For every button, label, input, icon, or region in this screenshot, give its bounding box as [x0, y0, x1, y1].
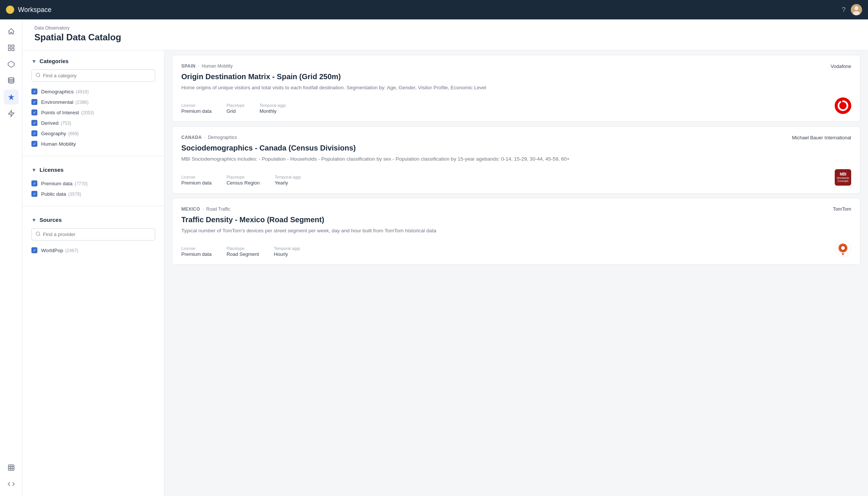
checkbox-points-of-interest[interactable] [31, 109, 37, 115]
results-area: SPAIN · Human Mobility Vodafone Origin D… [164, 50, 868, 496]
checkbox-public[interactable] [31, 191, 37, 197]
divider-2 [22, 206, 164, 206]
card-footer-2: License Premium data Placetype Road Segm… [181, 241, 851, 257]
license-field-2: License Premium data [181, 246, 212, 257]
card-footer-1: License Premium data Placetype Census Re… [181, 169, 851, 186]
topbar-left: Workspace [6, 6, 52, 14]
page-title: Spatial Data Catalog [34, 32, 856, 43]
licenses-section: ▼ Licenses Premium data (7770) Public da… [22, 159, 164, 203]
filter-environmental[interactable]: Environmental (2386) [31, 97, 155, 107]
card-title-1[interactable]: Sociodemographics - Canada (Census Divis… [181, 144, 851, 152]
checkbox-environmental[interactable] [31, 99, 37, 105]
card-country-1: CANADA [181, 135, 202, 140]
filter-worldpop[interactable]: WorldPop (2467) [31, 245, 155, 255]
filter-label-worldpop: WorldPop (2467) [41, 248, 78, 253]
card-meta-0: SPAIN · Human Mobility Vodafone [181, 63, 851, 69]
nav-item-data-observatory[interactable] [4, 90, 19, 105]
nav-item-grid[interactable] [4, 460, 19, 475]
category-search-input[interactable] [43, 73, 151, 78]
categories-chevron: ▼ [31, 58, 37, 64]
card-desc-0: Home origins of unique visitors and tota… [181, 84, 851, 92]
page-header: Data Observatory Spatial Data Catalog [22, 19, 868, 50]
provider-logo-0 [835, 97, 851, 114]
svg-rect-3 [8, 45, 10, 47]
license-field-0: License Premium data [181, 103, 212, 114]
nav-item-lightning[interactable] [4, 106, 19, 121]
temporal-field-2: Temporal aggr. Hourly [274, 246, 301, 257]
filter-demographics[interactable]: Demographics (4918) [31, 86, 155, 97]
checkbox-geography[interactable] [31, 130, 37, 136]
category-search-box[interactable] [31, 69, 155, 82]
card-tags-2: MEXICO · Road Traffic [181, 206, 230, 213]
provider-search-input[interactable] [43, 232, 151, 237]
card-meta-fields-1: License Premium data Placetype Census Re… [181, 175, 302, 186]
card-meta-fields-0: License Premium data Placetype Grid Temp… [181, 103, 287, 114]
nav-item-home[interactable] [4, 24, 19, 39]
card-provider-1: Michael Bauer International [792, 135, 851, 140]
filter-human-mobility[interactable]: Human Mobility [31, 139, 155, 149]
filter-label-premium: Premium data (7770) [41, 181, 87, 186]
divider-1 [22, 156, 164, 156]
filter-public[interactable]: Public data (3578) [31, 189, 155, 199]
filter-label-points-of-interest: Points of Interest (2053) [41, 110, 94, 115]
nav-item-charts[interactable] [4, 40, 19, 55]
provider-search-box[interactable] [31, 228, 155, 241]
card-title-0[interactable]: Origin Destination Matrix - Spain (Grid … [181, 72, 851, 81]
svg-marker-7 [8, 61, 14, 68]
filter-premium[interactable]: Premium data (7770) [31, 178, 155, 189]
help-icon[interactable]: ? [842, 6, 846, 14]
checkbox-derived[interactable] [31, 120, 37, 126]
categories-title: Categories [40, 58, 69, 64]
card-tags-0: SPAIN · Human Mobility [181, 63, 233, 69]
avatar[interactable] [851, 4, 862, 15]
svg-rect-4 [12, 45, 14, 47]
checkbox-human-mobility[interactable] [31, 141, 37, 147]
nav-item-database[interactable] [4, 73, 19, 88]
filter-label-geography: Geography (669) [41, 131, 79, 136]
card-title-2[interactable]: Traffic Density - Mexico (Road Segment) [181, 216, 851, 224]
card-category-0: Human Mobility [202, 63, 233, 69]
card-meta-fields-2: License Premium data Placetype Road Segm… [181, 246, 301, 257]
card-footer-0: License Premium data Placetype Grid Temp… [181, 97, 851, 114]
licenses-header[interactable]: ▼ Licenses [31, 167, 155, 173]
sidebar-filters: ▼ Categories Demographics (4918) [22, 50, 164, 496]
sources-chevron: ▼ [31, 217, 37, 223]
licenses-chevron: ▼ [31, 167, 37, 173]
placetype-field-2: Placetype Road Segment [227, 246, 259, 257]
categories-header[interactable]: ▼ Categories [31, 58, 155, 64]
temporal-field-1: Temporal aggr. Yearly [275, 175, 302, 186]
svg-marker-9 [8, 111, 14, 117]
filter-derived[interactable]: Derived (753) [31, 118, 155, 128]
nav-item-analytics[interactable] [4, 57, 19, 72]
result-card-0: SPAIN · Human Mobility Vodafone Origin D… [172, 55, 861, 122]
card-category-1: Demographics [208, 135, 237, 140]
svg-line-18 [39, 235, 40, 236]
topbar-right: ? [842, 4, 862, 15]
checkbox-worldpop[interactable] [31, 247, 37, 253]
breadcrumb: Data Observatory [34, 25, 856, 31]
svg-line-16 [39, 76, 40, 77]
licenses-title: Licenses [40, 167, 64, 173]
filter-label-environmental: Environmental (2386) [41, 99, 89, 105]
license-field-1: License Premium data [181, 175, 212, 186]
filter-geography[interactable]: Geography (669) [31, 128, 155, 139]
svg-point-17 [36, 232, 40, 235]
sources-header[interactable]: ▼ Sources [31, 217, 155, 223]
svg-rect-6 [12, 49, 14, 51]
category-search-icon [36, 72, 41, 79]
filter-label-demographics: Demographics (4918) [41, 89, 89, 94]
filter-points-of-interest[interactable]: Points of Interest (2053) [31, 107, 155, 118]
filter-label-derived: Derived (753) [41, 120, 71, 126]
card-country-2: MEXICO [181, 207, 200, 212]
checkbox-premium[interactable] [31, 180, 37, 186]
card-desc-1: MBI Sociodemographics includes: - Popula… [181, 155, 851, 163]
nav-item-code[interactable] [4, 477, 19, 492]
checkbox-demographics[interactable] [31, 89, 37, 94]
provider-search-icon [36, 231, 41, 238]
temporal-field-0: Temporal aggr. Monthly [259, 103, 287, 114]
content-area: ▼ Categories Demographics (4918) [22, 50, 868, 496]
card-provider-0: Vodafone [831, 63, 851, 69]
svg-point-15 [36, 73, 40, 77]
card-meta-2: MEXICO · Road Traffic TomTom [181, 206, 851, 213]
body: Data Observatory Spatial Data Catalog ▼ … [0, 19, 868, 496]
